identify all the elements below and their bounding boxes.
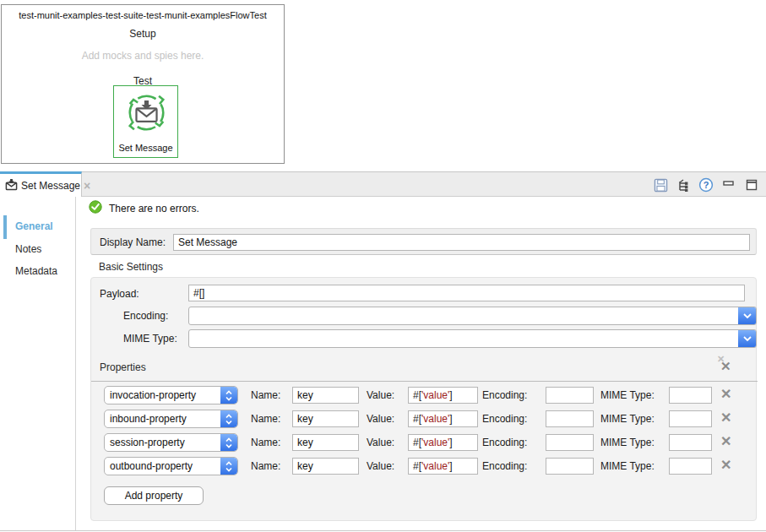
delete-row-icon[interactable]: ✕ — [720, 435, 731, 448]
row-encoding-input[interactable] — [546, 434, 594, 451]
save-icon[interactable] — [653, 177, 668, 193]
basic-settings-panel: Payload: #[] Encoding: MIME Type: Proper… — [90, 277, 757, 521]
value-inner: 'value' — [421, 460, 449, 472]
tab-label: Set Message — [21, 180, 80, 192]
minimize-icon[interactable] — [721, 177, 736, 193]
component-label: Set Message — [114, 143, 177, 153]
properties-content: General Notes Metadata There are no erro… — [0, 197, 766, 531]
name-input[interactable]: key — [292, 387, 359, 404]
row-encoding-input[interactable] — [546, 410, 594, 427]
tab-set-message[interactable]: Set Message × — [0, 171, 82, 198]
row-mime-label: MIME Type: — [600, 460, 655, 472]
active-item-marker — [3, 215, 7, 239]
name-label: Name: — [251, 460, 280, 472]
add-property-button[interactable]: Add property — [104, 486, 204, 505]
property-type-dropdown[interactable]: outbound-property — [104, 457, 238, 475]
tab-envelope-icon — [5, 178, 18, 194]
property-type-dropdown[interactable]: session-property — [104, 433, 238, 452]
name-input[interactable]: key — [292, 458, 359, 475]
updown-chevron-icon — [220, 410, 237, 427]
properties-sidebar: General Notes Metadata — [0, 197, 76, 530]
property-type-value: inbound-property — [105, 410, 220, 427]
row-mime-input[interactable] — [669, 458, 712, 475]
value-suffix: ] — [449, 413, 452, 425]
chevron-down-icon[interactable] — [738, 307, 756, 324]
row-encoding-input[interactable] — [546, 387, 594, 404]
value-label: Value: — [367, 413, 394, 425]
display-name-label: Display Name: — [100, 236, 166, 248]
display-name-input[interactable]: Set Message — [173, 234, 750, 251]
delete-row-icon[interactable]: ✕ — [720, 411, 731, 425]
value-label: Value: — [367, 460, 394, 472]
setup-placeholder: Add mocks and spies here. — [2, 50, 284, 62]
value-suffix: ] — [449, 460, 452, 472]
row-encoding-label: Encoding: — [482, 437, 527, 448]
value-suffix: ] — [449, 437, 452, 448]
row-encoding-label: Encoding: — [482, 389, 527, 401]
property-type-value: session-property — [105, 434, 220, 451]
property-type-value: outbound-property — [105, 458, 220, 475]
row-mime-label: MIME Type: — [600, 437, 655, 448]
delete-all-icon[interactable]: ✕✕ — [717, 356, 736, 375]
encoding-combobox[interactable] — [188, 307, 757, 325]
property-type-value: invocation-property — [105, 387, 220, 404]
mime-type-label: MIME Type: — [123, 333, 177, 345]
property-type-dropdown[interactable]: inbound-property — [104, 410, 238, 428]
sidebar-item-notes[interactable]: Notes — [15, 243, 41, 255]
property-row: session-property Name: key Value: #['val… — [91, 433, 758, 452]
value-input[interactable]: #['value'] — [408, 387, 478, 404]
name-input[interactable]: key — [292, 434, 359, 451]
encoding-label: Encoding: — [123, 310, 168, 322]
value-input[interactable]: #['value'] — [408, 458, 478, 475]
updown-chevron-icon — [220, 434, 237, 451]
status-message: There are no errors. — [109, 203, 199, 214]
value-prefix: #[ — [413, 389, 421, 401]
property-type-dropdown[interactable]: invocation-property — [104, 386, 238, 404]
row-encoding-label: Encoding: — [482, 460, 527, 472]
tree-outline-icon[interactable] — [676, 177, 691, 193]
row-mime-label: MIME Type: — [600, 389, 655, 401]
sidebar-item-metadata[interactable]: Metadata — [15, 265, 57, 277]
set-message-component[interactable]: Set Message — [113, 85, 178, 158]
value-label: Value: — [367, 389, 394, 401]
value-inner: 'value' — [421, 437, 449, 448]
mime-type-combobox[interactable] — [188, 329, 757, 348]
value-input[interactable]: #['value'] — [408, 410, 478, 427]
delete-row-icon[interactable]: ✕ — [720, 388, 731, 401]
name-label: Name: — [251, 389, 280, 401]
tab-close-icon[interactable]: × — [84, 180, 90, 192]
name-label: Name: — [251, 437, 280, 448]
row-mime-input[interactable] — [669, 434, 712, 451]
row-mime-label: MIME Type: — [600, 413, 655, 425]
value-inner: 'value' — [421, 389, 449, 401]
value-input[interactable]: #['value'] — [408, 434, 478, 451]
name-input[interactable]: key — [292, 410, 359, 427]
value-prefix: #[ — [413, 460, 421, 472]
chevron-down-icon[interactable] — [738, 330, 756, 347]
maximize-icon[interactable] — [744, 177, 759, 193]
updown-chevron-icon — [220, 458, 237, 475]
row-encoding-input[interactable] — [546, 458, 594, 475]
payload-input[interactable]: #[] — [188, 285, 745, 301]
property-row: outbound-property Name: key Value: #['va… — [91, 457, 758, 475]
value-suffix: ] — [449, 389, 452, 401]
delete-row-icon[interactable]: ✕ — [720, 459, 731, 472]
svg-text:?: ? — [704, 180, 709, 190]
value-prefix: #[ — [413, 413, 421, 425]
green-check-icon — [89, 200, 102, 217]
sidebar-item-general[interactable]: General — [15, 220, 53, 232]
payload-label: Payload: — [100, 288, 139, 300]
set-message-envelope-icon — [123, 90, 170, 139]
property-row: inbound-property Name: key Value: #['val… — [91, 410, 758, 428]
row-encoding-label: Encoding: — [482, 413, 527, 425]
properties-header: Properties — [100, 361, 146, 373]
name-label: Name: — [251, 413, 280, 425]
value-inner: 'value' — [421, 413, 449, 425]
help-icon[interactable]: ? — [698, 177, 714, 193]
updown-chevron-icon — [220, 387, 237, 404]
mime-type-value — [189, 330, 738, 347]
row-mime-input[interactable] — [669, 387, 712, 404]
row-mime-input[interactable] — [669, 410, 712, 427]
display-name-panel: Display Name: Set Message — [90, 228, 757, 255]
flow-canvas: test-munit-examples-test-suite-test-muni… — [1, 4, 285, 164]
